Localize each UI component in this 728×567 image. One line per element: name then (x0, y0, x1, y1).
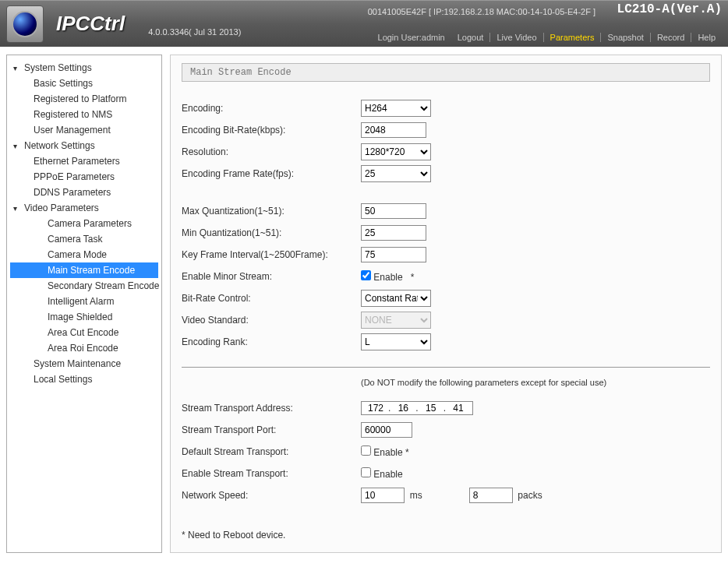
ms-unit: ms (410, 490, 422, 501)
sidebar-item-system-maintenance[interactable]: System Maintenance (10, 356, 158, 372)
sidebar-item-registered-platform[interactable]: Registered to Platform (10, 91, 158, 107)
default-transport-check-label: Enable * (373, 447, 408, 458)
minor-stream-label: Enable Minor Stream: (182, 271, 361, 282)
divider (182, 367, 710, 368)
transport-address-input[interactable]: . . . (361, 401, 473, 415)
ip-octet-3[interactable] (419, 403, 444, 414)
brand-title: IPCCtrl (56, 12, 125, 36)
device-model: LC210-A(Ver.A) (617, 2, 722, 16)
warning-note: (Do NOT modify the following parameters … (361, 378, 606, 387)
sidebar-item-local-settings[interactable]: Local Settings (10, 372, 158, 387)
nav-snapshot[interactable]: Snapshot (601, 33, 649, 42)
sidebar-item-image-shielded[interactable]: Image Shielded (10, 309, 158, 325)
enable-transport-label: Enable Stream Transport: (182, 468, 361, 479)
default-transport-checkbox[interactable] (361, 446, 371, 456)
minor-stream-check-label: Enable (373, 272, 402, 283)
bitrate-label: Encoding Bit-Rate(kbps): (182, 125, 361, 136)
ip-octet-1[interactable] (363, 403, 388, 414)
sidebar-item-camera-parameters[interactable]: Camera Parameters (10, 216, 158, 231)
sidebar-item-area-cut-encode[interactable]: Area Cut Encode (10, 325, 158, 340)
encoding-rank-select[interactable]: L (361, 333, 431, 350)
keyframe-label: Key Frame Interval(1~2500Frame): (182, 249, 361, 260)
network-speed-ms-input[interactable] (361, 488, 405, 503)
transport-port-input[interactable] (361, 422, 412, 438)
sidebar-item-ddns[interactable]: DDNS Parameters (10, 185, 158, 200)
minor-stream-star: * (411, 272, 415, 283)
nav-help[interactable]: Help (691, 33, 722, 42)
transport-port-label: Stream Transport Port: (182, 424, 361, 435)
framerate-label: Encoding Frame Rate(fps): (182, 168, 361, 179)
sidebar-item-system[interactable]: System Settings (10, 60, 158, 76)
minq-input[interactable] (361, 225, 426, 241)
device-info: 00141005E42F [ IP:192.168.2.18 MAC:00-14… (368, 7, 595, 16)
resolution-select[interactable]: 1280*720 (361, 143, 431, 160)
enable-transport-checkbox[interactable] (361, 467, 371, 477)
nav-live-video[interactable]: Live Video (490, 33, 542, 42)
reboot-note: * Need to Reboot device. (182, 530, 710, 541)
bitrate-input[interactable] (361, 122, 426, 138)
resolution-label: Resolution: (182, 146, 361, 157)
build-version: 4.0.0.3346( Jul 31 2013) (148, 27, 241, 37)
maxq-input[interactable] (361, 203, 426, 219)
sidebar-item-basic[interactable]: Basic Settings (10, 76, 158, 91)
keyframe-input[interactable] (361, 247, 426, 262)
network-speed-label: Network Speed: (182, 490, 361, 501)
sidebar-item-camera-mode[interactable]: Camera Mode (10, 247, 158, 262)
ip-octet-2[interactable] (391, 403, 415, 414)
sidebar: System Settings Basic Settings Registere… (6, 55, 162, 553)
sidebar-item-secondary-stream-encode[interactable]: Secondary Stream Encode (10, 278, 158, 294)
enable-transport-check-label: Enable (373, 469, 402, 480)
sidebar-item-camera-task[interactable]: Camera Task (10, 231, 158, 247)
transport-address-label: Stream Transport Address: (182, 403, 361, 414)
top-nav: Login User:admin Logout Live Video Param… (372, 33, 722, 42)
encoding-select[interactable]: H264 (361, 100, 431, 117)
ip-octet-4[interactable] (446, 403, 471, 414)
default-transport-label: Default Stream Transport: (182, 446, 361, 457)
rate-control-select[interactable]: Constant Rate (361, 290, 431, 307)
sidebar-item-network[interactable]: Network Settings (10, 138, 158, 153)
logo (6, 5, 44, 43)
sidebar-item-intelligent-alarm[interactable]: Intelligent Alarm (10, 294, 158, 309)
video-standard-label: Video Standard: (182, 315, 361, 326)
framerate-select[interactable]: 25 (361, 165, 431, 182)
sidebar-item-video[interactable]: Video Parameters (10, 200, 158, 216)
rate-control-label: Bit-Rate Control: (182, 293, 361, 304)
section-title: Main Stream Encode (182, 63, 710, 82)
sidebar-item-area-roi-encode[interactable]: Area Roi Encode (10, 340, 158, 356)
encoding-rank-label: Encoding Rank: (182, 336, 361, 347)
video-standard-select: NONE (361, 312, 431, 329)
app-header: IPCCtrl 4.0.0.3346( Jul 31 2013) 0014100… (0, 0, 728, 47)
minq-label: Min Quantization(1~51): (182, 227, 361, 238)
sidebar-item-registered-nms[interactable]: Registered to NMS (10, 107, 158, 122)
sidebar-item-ethernet[interactable]: Ethernet Parameters (10, 153, 158, 169)
nav-parameters[interactable]: Parameters (544, 33, 601, 42)
camera-lens-icon (12, 11, 38, 37)
content-panel: Main Stream Encode Encoding: H264 Encodi… (170, 55, 722, 553)
maxq-label: Max Quantization(1~51): (182, 206, 361, 217)
sidebar-item-pppoe[interactable]: PPPoE Parameters (10, 169, 158, 185)
minor-stream-checkbox[interactable] (361, 270, 371, 280)
sidebar-item-main-stream-encode[interactable]: Main Stream Encode (10, 262, 158, 278)
nav-record[interactable]: Record (651, 33, 691, 42)
encoding-label: Encoding: (182, 103, 361, 114)
sidebar-item-user-management[interactable]: User Management (10, 122, 158, 138)
login-user-text: Login User:admin (372, 33, 451, 42)
nav-logout[interactable]: Logout (451, 33, 490, 42)
network-speed-packs-input[interactable] (469, 488, 513, 503)
packs-unit: packs (518, 490, 542, 501)
